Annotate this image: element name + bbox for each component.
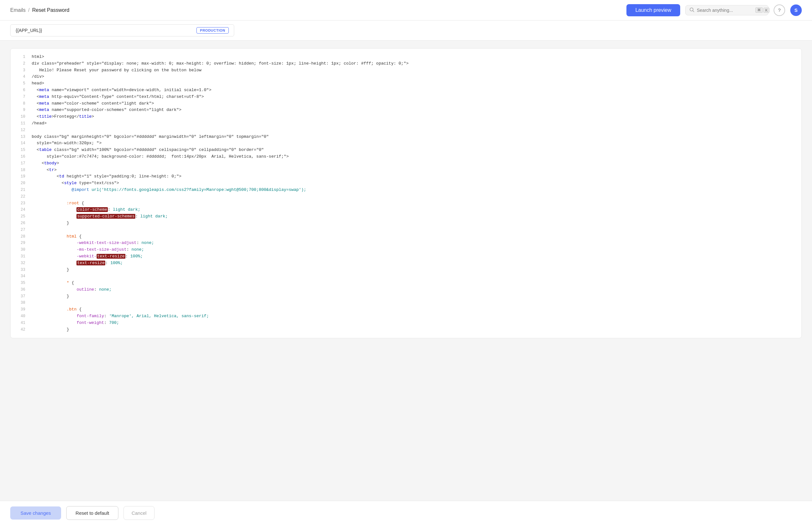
search-icon	[690, 7, 694, 13]
line-content	[32, 127, 34, 134]
line-content: style="color:#7c7474; background-color: …	[32, 153, 289, 160]
breadcrumb-page-title: Reset Password	[32, 7, 70, 13]
line-content: -webkit-text-size-adjust: none;	[32, 240, 154, 246]
line-number: 16	[16, 154, 25, 160]
line-content: text-resize: 100%;	[32, 260, 123, 267]
code-line: 19 <td height="1" style="padding:0; line…	[11, 173, 801, 180]
code-line: 31 -webkit-text-resize: 100%;	[11, 253, 801, 260]
line-content: font-weight: 700;	[32, 320, 119, 327]
reset-to-default-button[interactable]: Reset to default	[66, 506, 118, 520]
line-number: 26	[16, 220, 25, 226]
line-number: 8	[16, 101, 25, 107]
svg-line-1	[693, 11, 694, 12]
code-line: 21 @import url('https://fonts.googleapis…	[11, 187, 801, 193]
line-content: outline: none;	[32, 286, 112, 293]
line-number: 13	[16, 134, 25, 140]
line-number: 34	[16, 273, 25, 280]
line-number: 29	[16, 240, 25, 246]
line-content: <meta name="supported-color-schemes" con…	[32, 107, 181, 114]
line-content	[32, 227, 34, 234]
line-content: /div>	[32, 74, 44, 80]
line-number: 1	[16, 54, 25, 60]
line-number: 40	[16, 313, 25, 319]
launch-preview-button[interactable]: Launch preview	[626, 4, 680, 16]
line-number: 18	[16, 167, 25, 173]
search-bar[interactable]: ⌘ K	[685, 5, 768, 15]
code-line: 36 outline: none;	[11, 286, 801, 293]
line-content: <table class="bg" width="100%" bgcolor="…	[32, 147, 264, 153]
line-number: 22	[16, 194, 25, 200]
line-number: 14	[16, 140, 25, 147]
help-button[interactable]: ?	[773, 4, 785, 16]
breadcrumb: Emails / Reset Password	[10, 7, 70, 13]
code-line: 32 text-resize: 100%;	[11, 260, 801, 267]
code-line: 26 }	[11, 220, 801, 227]
line-number: 30	[16, 247, 25, 253]
line-content: }	[32, 267, 69, 273]
kbd-k: K	[763, 8, 769, 13]
line-number: 10	[16, 114, 25, 120]
line-content: <tr>	[32, 167, 57, 174]
code-line: 30 -ms-text-size-adjust: none;	[11, 246, 801, 253]
line-content: supported-color-schemes: light dark;	[32, 213, 168, 220]
header-actions: Launch preview ⌘ K ? S	[626, 4, 802, 16]
code-line: 5head>	[11, 80, 801, 87]
line-content	[32, 193, 34, 200]
code-line: 8 <meta name="color-scheme" content="lig…	[11, 100, 801, 107]
kbd-cmd: ⌘	[755, 7, 763, 13]
line-content: -webkit-text-resize: 100%;	[32, 253, 143, 260]
code-line: 27	[11, 227, 801, 234]
code-line: 18 <tr>	[11, 167, 801, 174]
line-number: 17	[16, 161, 25, 167]
line-number: 5	[16, 80, 25, 87]
line-content: <meta name="viewport" content="width=dev…	[32, 87, 211, 94]
code-line: 38	[11, 300, 801, 306]
line-number: 11	[16, 121, 25, 126]
code-editor-container: 1html>2div class="preheader" style="disp…	[10, 48, 802, 338]
line-content: <title>Frontegg</title>	[32, 114, 94, 120]
line-number: 35	[16, 280, 25, 286]
code-line: 22	[11, 193, 801, 200]
line-number: 38	[16, 300, 25, 306]
code-line: 4/div>	[11, 74, 801, 80]
line-number: 33	[16, 267, 25, 273]
line-number: 32	[16, 260, 25, 266]
save-changes-button[interactable]: Save changes	[10, 507, 61, 520]
line-number: 21	[16, 187, 25, 193]
line-content: <meta name="color-scheme" content="light…	[32, 100, 154, 107]
line-content: div class="preheader" style="display: no…	[32, 60, 409, 67]
code-line: 33 }	[11, 267, 801, 273]
code-line: 35 * {	[11, 280, 801, 286]
code-line: 42 }	[11, 327, 801, 333]
code-line: 14 style="min-width:320px; ">	[11, 140, 801, 147]
line-content: html {	[32, 234, 82, 240]
line-content	[32, 300, 34, 306]
avatar[interactable]: S	[790, 4, 802, 16]
line-number: 37	[16, 294, 25, 300]
line-number: 24	[16, 207, 25, 213]
line-number: 42	[16, 327, 25, 333]
search-input[interactable]	[697, 8, 753, 13]
code-line: 37 }	[11, 293, 801, 300]
line-number: 6	[16, 87, 25, 93]
line-content	[32, 273, 34, 280]
code-line: 10 <title>Frontegg</title>	[11, 114, 801, 120]
line-content: :root {	[32, 200, 84, 207]
code-line: 16 style="color:#7c7474; background-colo…	[11, 153, 801, 160]
line-number: 15	[16, 147, 25, 153]
line-number: 7	[16, 94, 25, 100]
code-line: 34	[11, 273, 801, 280]
code-line: 7 <meta http-equiv="Content-Type" conten…	[11, 94, 801, 100]
line-number: 31	[16, 254, 25, 260]
code-line: 39 .btn {	[11, 306, 801, 313]
url-input-wrapper[interactable]: {{APP_URL}} PRODUCTION	[10, 24, 234, 36]
line-content: <meta http-equiv="Content-Type" content=…	[32, 94, 204, 100]
code-line: 3 Hello! Please Reset your password by c…	[11, 67, 801, 74]
line-content: font-family: 'Manrope', Arial, Helvetica…	[32, 313, 209, 320]
code-line: 2div class="preheader" style="display: n…	[11, 60, 801, 67]
code-line: 25 supported-color-schemes: light dark;	[11, 213, 801, 220]
breadcrumb-separator: /	[28, 7, 29, 13]
code-editor[interactable]: 1html>2div class="preheader" style="disp…	[11, 49, 801, 338]
code-line: 24 color-scheme: light dark;	[11, 207, 801, 213]
header: Emails / Reset Password Launch preview ⌘…	[0, 0, 812, 20]
